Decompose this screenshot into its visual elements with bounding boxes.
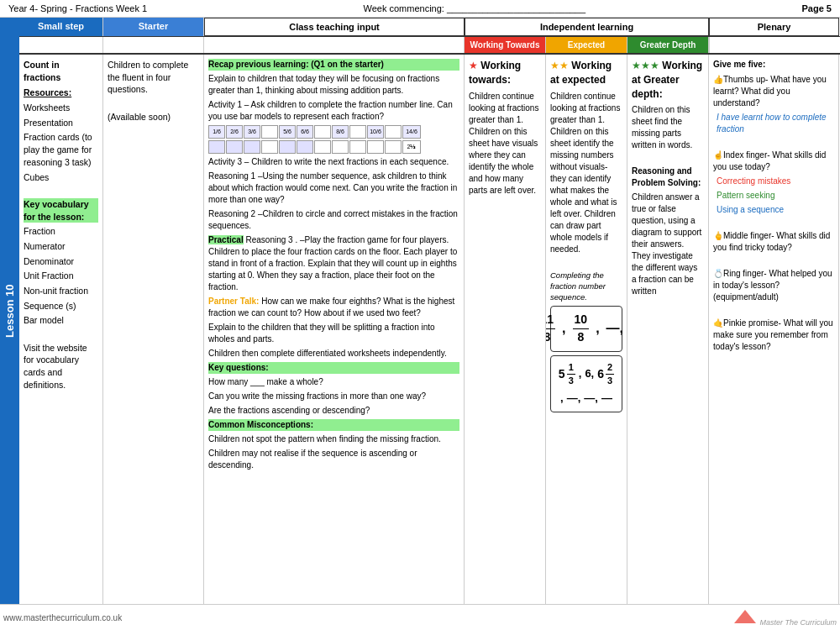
reasoning-label: Reasoning and Problem Solving: [632, 165, 704, 189]
vocab-nonunit: Non-unit fraction [24, 285, 98, 297]
working-star: ★ Working towards: [469, 59, 541, 87]
vocab-unit: Unit Fraction [24, 270, 98, 282]
recap-label: Recap previous learning: (Q1 on the star… [208, 59, 459, 71]
reasoning-text: Children answer a true or false question… [632, 192, 704, 297]
mixed-frac-1: 513 [559, 361, 575, 388]
page-number: Page 5 [802, 3, 832, 13]
expected-column: ★★ Working at expected Children continue… [546, 55, 627, 604]
thumb-response: I have learnt how to complete fraction [717, 112, 834, 135]
working-label: Working towards: [469, 60, 521, 86]
teaching-column: Recap previous learning: (Q1 on the star… [204, 55, 465, 604]
blank6: — [601, 391, 612, 406]
val-6: 6, [585, 366, 594, 381]
starter-available: (Available soon) [108, 111, 199, 123]
index-text: ☝Index finger- What skills did you use t… [713, 150, 834, 173]
footer-website: www.masterthecurriculum.co.uk [3, 613, 122, 622]
svg-marker-0 [734, 610, 756, 623]
misconceptions-label: Common Misconceptions: [208, 419, 459, 431]
number-line-1: 1/6 2/6 3/6 5/6 6/6 8/6 10/6 14/6 [208, 125, 459, 154]
key-q-2: Can you write the missing fractions in m… [208, 391, 459, 402]
header-plenary: Plenary [709, 18, 839, 36]
page-wrapper: Year 4- Spring - Fractions Week 1 Week c… [0, 0, 840, 630]
partner-talk-label: Partner Talk: [208, 297, 259, 306]
footer: www.masterthecurriculum.co.uk Master The… [0, 604, 840, 630]
frac-10-8: 108 [573, 312, 590, 345]
resource-presentation: Presentation [24, 117, 98, 129]
frac-display-2: 513 , 6, 623 , —, —, — [556, 361, 617, 407]
expected-stars: ★★ Working at expected [550, 59, 622, 87]
logo-icon [732, 608, 758, 625]
starter-text: Children to complete the fluent in four … [108, 59, 199, 96]
diff-text: Children then complete differentiated wo… [208, 348, 459, 360]
greater-text: Children on this sheet find the missing … [632, 104, 704, 151]
header-expected: Expected [546, 37, 627, 53]
key-q-3: Are the fractions ascending or descendin… [208, 405, 459, 417]
starter-column: Children to complete the fluent in four … [103, 55, 204, 604]
resources-label: Resources: [24, 87, 98, 99]
correcting-mistakes: Correcting mistakes [717, 176, 834, 187]
comma5: , [560, 391, 564, 406]
top-bar: Year 4- Spring - Fractions Week 1 Week c… [0, 0, 840, 18]
comma3: , [596, 319, 599, 338]
working-towards-column: ★ Working towards: Children continue loo… [465, 55, 546, 604]
resource-cards: Fraction cards (to play the game for rea… [24, 131, 98, 168]
vocab-fraction: Fraction [24, 225, 98, 238]
expected-label: Working at expected [550, 60, 612, 86]
activity1: Activity 1 – Ask children to complete th… [208, 99, 459, 123]
comma2: , [562, 319, 565, 338]
vocab-numerator: Numerator [24, 240, 98, 253]
practical-highlight: Practical [208, 235, 244, 244]
resource-cubes: Cubes [24, 171, 98, 184]
header-small-step: Small step [19, 18, 103, 36]
activity3: Activity 3 – Children to write the next … [208, 156, 459, 168]
fraction-seq-2: 513 , 6, 623 , —, —, — [550, 355, 622, 412]
pinkie-text: 🤙Pinkie promise- What will you make sure… [713, 318, 834, 353]
week-commencing: Week commencing: _______________________… [363, 3, 585, 13]
give-five-label: Give me five: [713, 59, 834, 71]
intro-text: Explain to children that today they will… [208, 73, 459, 97]
header-greater: Greater Depth [627, 37, 709, 53]
ind-seq-label: Completing the fraction number sequence. [550, 270, 622, 303]
key-q-label: Key questions: [208, 362, 459, 374]
reasoning2: Reasoning 2 –Children to circle and corr… [208, 208, 459, 232]
small-step-column: Count in fractions Resources: Worksheets… [19, 55, 103, 604]
resource-worksheets: Worksheets [24, 102, 98, 114]
lesson-label: Lesson 10 [0, 18, 19, 604]
main-content: Lesson 10 Small step Starter Class teach… [0, 18, 840, 604]
header-working: Working Towards [465, 37, 546, 53]
explain-text: Explain to the children that they will b… [208, 322, 459, 345]
footer-logo: Master The Curriculum [732, 608, 837, 627]
greater-depth-column: ★★★ Working at Greater depth: Children o… [627, 55, 709, 604]
comma4: , [579, 366, 582, 381]
content-area: Small step Starter Class teaching input … [19, 18, 840, 604]
reasoning1: Reasoning 1 –Using the number sequence, … [208, 171, 459, 206]
vocab-bar: Bar model [24, 314, 98, 327]
misconception-2: Children may not realise if the sequence… [208, 448, 459, 471]
practical-label: Practical Reasoning 3 . –Play the fracti… [208, 234, 459, 293]
small-step-title: Count in fractions [24, 59, 98, 83]
header-independent: Independent learning [465, 18, 709, 36]
greater-stars: ★★★ Working at Greater depth: [632, 59, 704, 101]
expected-text: Children continue looking at fractions g… [550, 91, 622, 255]
header-starter: Starter [103, 18, 204, 36]
lesson-title: Year 4- Spring - Fractions Week 1 [8, 3, 147, 13]
reasoning3-text: Reasoning 3 . –Play the fraction game fo… [208, 235, 457, 291]
vocab-sequence: Sequence (s) [24, 300, 98, 312]
visit-text: Visit the website for vocabulary cards a… [24, 342, 98, 391]
pattern-seeking: Pattern seeking [717, 190, 834, 202]
ring-text: 💍Ring finger- What helped you in today's… [713, 268, 834, 303]
fraction-seq-1: 128 , 118 , 108 , —, —, — [550, 306, 622, 351]
blank5: —, [584, 391, 598, 406]
vocab-label: Key vocabulary for the lesson: [24, 198, 98, 223]
frac-display-1: 128 , 118 , 108 , —, —, — [556, 312, 617, 345]
mixed-frac-2: 623 [597, 361, 614, 388]
blank1: —, [606, 319, 623, 338]
blank4: —, [567, 391, 581, 406]
using-sequence: Using a sequence [717, 204, 834, 216]
middle-text: 🖕Middle finger- What skills did you find… [713, 230, 834, 254]
thumb-text: 👍Thumbs up- What have you learnt? What d… [713, 74, 834, 109]
vocab-denominator: Denominator [24, 255, 98, 268]
partner-talk: Partner Talk: How can we make four eight… [208, 296, 459, 319]
plenary-column: Give me five: 👍Thumbs up- What have you … [709, 55, 839, 604]
working-text: Children continue looking at fractions g… [469, 91, 541, 197]
